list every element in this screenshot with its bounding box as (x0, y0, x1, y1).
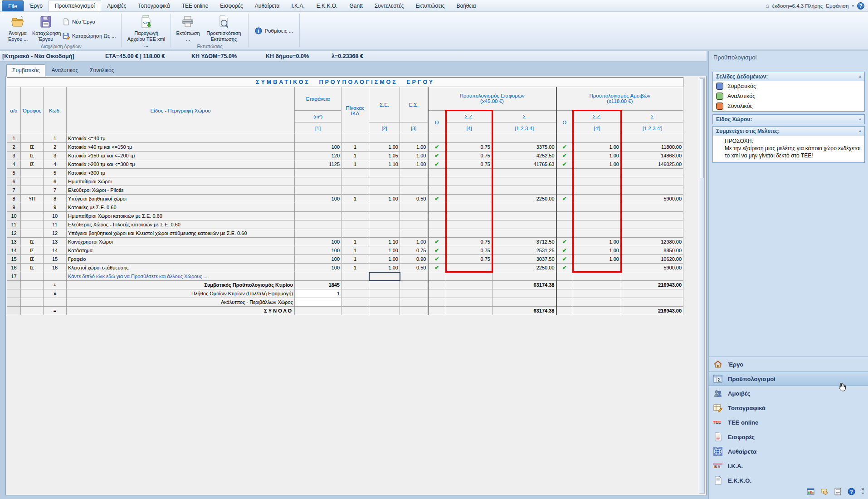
cell-2-z2[interactable]: 1.00 (573, 143, 621, 152)
cell-12-ar[interactable] (295, 229, 341, 238)
save-as-button[interactable]: Καταχώρηση Ως ... (60, 31, 118, 41)
cell-6-fl[interactable] (21, 177, 44, 186)
cell-11-ar[interactable] (295, 220, 341, 229)
cell-13-ds[interactable]: Κοινόχρηστοι Χώροι (67, 238, 295, 246)
cell-2-ik[interactable]: 1 (341, 143, 369, 152)
cell-16-o2[interactable]: ✔ (556, 264, 573, 272)
cell-9-es[interactable] (400, 203, 428, 212)
legend-item-2[interactable]: Συνολικός (713, 101, 864, 111)
print-preview-button[interactable]: Προεπισκόπιση Εκτύπωσης (202, 13, 245, 43)
home-glyph-icon[interactable]: ⌂ (766, 2, 769, 9)
cell-2-z1[interactable]: 0.75 (446, 143, 493, 152)
cell-5-fl[interactable] (21, 169, 44, 177)
more-buttons-chevron[interactable]: »▾ (861, 487, 864, 495)
cell-16-z1[interactable] (446, 264, 493, 272)
cell-17-ds[interactable]: Κάντε διπλό κλικ εδώ για να Προσθέσετε κ… (67, 272, 295, 281)
cell-8-z1[interactable] (446, 195, 493, 203)
menu-item-1[interactable]: Προϋπολογισμοί (49, 0, 101, 11)
cell-3-o2[interactable]: ✔ (556, 152, 573, 160)
cell-1-es[interactable] (400, 134, 428, 143)
menu-item-7[interactable]: Ι.Κ.Α. (285, 0, 310, 11)
menu-item-4[interactable]: TEE online (176, 0, 215, 11)
cell-17-z1[interactable] (446, 272, 493, 281)
cell-4-z2[interactable]: 1.00 (573, 160, 621, 169)
cell-5-es[interactable] (400, 169, 428, 177)
cell-9-cd[interactable]: 9 (44, 203, 67, 212)
cell-12-z2[interactable] (573, 229, 621, 238)
help-icon[interactable]: ? (857, 2, 864, 10)
cell-9-z1[interactable] (446, 203, 493, 212)
open-project-button[interactable]: Άνοιγμα Έργου ... (4, 13, 32, 43)
cell-6-se[interactable] (369, 177, 400, 186)
cell-17-o2[interactable] (556, 272, 573, 281)
cell-5-z1[interactable] (446, 169, 493, 177)
cell-7-ds[interactable]: Ελεύθεροι Χώροι - Pilotis (67, 186, 295, 195)
cell-11-ik[interactable] (341, 220, 369, 229)
cell-8-o2[interactable]: ✔ (556, 195, 573, 203)
cell-10-z1[interactable] (446, 212, 493, 220)
cell-11-fl[interactable] (21, 220, 44, 229)
legend-item-0[interactable]: Συμβατικός (713, 81, 864, 91)
cell-3-ds[interactable]: Κατοικία >150 τμ και <=200 τμ (67, 152, 295, 160)
cell-12-ik[interactable] (341, 229, 369, 238)
menu-item-5[interactable]: Εισφορές (214, 0, 249, 11)
cell-16-s1[interactable]: 2250.00 (493, 264, 556, 272)
cell-17-ar[interactable] (295, 272, 341, 281)
collapse-icon[interactable]: ▴ (859, 128, 861, 133)
cell-9-ik[interactable] (341, 203, 369, 212)
cell-2-ar[interactable]: 100 (295, 143, 341, 152)
cell-12-es[interactable] (400, 229, 428, 238)
summary-area[interactable] (295, 307, 341, 315)
cell-6-s2[interactable] (621, 177, 683, 186)
hand-settings-icon[interactable] (820, 488, 828, 495)
cell-1-o2[interactable] (556, 134, 573, 143)
cell-3-o1[interactable]: ✔ (428, 152, 446, 160)
cell-1-ds[interactable]: Κατοικία <=40 τμ (67, 134, 295, 143)
cell-15-ds[interactable]: Γραφείο (67, 255, 295, 264)
menu-item-8[interactable]: Ε.Κ.Κ.Ο. (311, 0, 344, 11)
cell-11-s1[interactable] (493, 220, 556, 229)
tab-0[interactable]: Συμβατικός (6, 64, 45, 77)
nav-item-home[interactable]: Έργο (709, 357, 868, 372)
cell-3-es[interactable]: 1.00 (400, 152, 428, 160)
cell-7-ar[interactable] (295, 186, 341, 195)
cell-8-s2[interactable]: 5900.00 (621, 195, 683, 203)
cell-14-z2[interactable]: 1.00 (573, 246, 621, 255)
cell-1-s1[interactable] (493, 134, 556, 143)
cell-4-s1[interactable]: 41765.63 (493, 160, 556, 169)
cell-14-ik[interactable]: 1 (341, 246, 369, 255)
nav-item-ika[interactable]: IKAΙ.Κ.Α. (709, 459, 868, 473)
cell-14-s2[interactable]: 8850.00 (621, 246, 683, 255)
cell-10-o2[interactable] (556, 212, 573, 220)
cell-15-s1[interactable]: 3037.50 (493, 255, 556, 264)
cell-1-se[interactable] (369, 134, 400, 143)
cell-13-o1[interactable]: ✔ (428, 238, 446, 246)
cell-13-es[interactable]: 1.00 (400, 238, 428, 246)
cell-16-o1[interactable]: ✔ (428, 264, 446, 272)
cell-9-o2[interactable] (556, 203, 573, 212)
cell-11-cd[interactable]: 11 (44, 220, 67, 229)
cell-16-z2[interactable] (573, 264, 621, 272)
cell-1-o1[interactable] (428, 134, 446, 143)
cell-2-s1[interactable]: 3375.00 (493, 143, 556, 152)
cell-4-ik[interactable]: 1 (341, 160, 369, 169)
cell-2-se[interactable]: 1.00 (369, 143, 400, 152)
cell-17-fl[interactable] (21, 272, 44, 281)
cell-4-es[interactable]: 1.00 (400, 160, 428, 169)
legend-item-1[interactable]: Αναλυτικός (713, 91, 864, 101)
print-button[interactable]: Εκτύπωση ... (174, 13, 202, 43)
cell-3-cd[interactable]: 3 (44, 152, 67, 160)
cell-14-ds[interactable]: Κατάστημα (67, 246, 295, 255)
cell-10-z2[interactable] (573, 212, 621, 220)
cell-16-ik[interactable]: 1 (341, 264, 369, 272)
cell-10-cd[interactable]: 10 (44, 212, 67, 220)
cell-8-s1[interactable]: 2250.00 (493, 195, 556, 203)
cell-6-ar[interactable] (295, 177, 341, 186)
cell-15-ik[interactable]: 1 (341, 255, 369, 264)
nav-item-topo[interactable]: Τοπογραφικά (709, 401, 868, 415)
cell-8-fl[interactable]: ΥΠ (21, 195, 44, 203)
cell-17-z2[interactable] (573, 272, 621, 281)
generate-tee-xml-button[interactable]: <> Παραγωγή Αρχείου TEE xml ... (124, 13, 168, 49)
cell-15-se[interactable]: 1.00 (369, 255, 400, 264)
cell-11-o2[interactable] (556, 220, 573, 229)
